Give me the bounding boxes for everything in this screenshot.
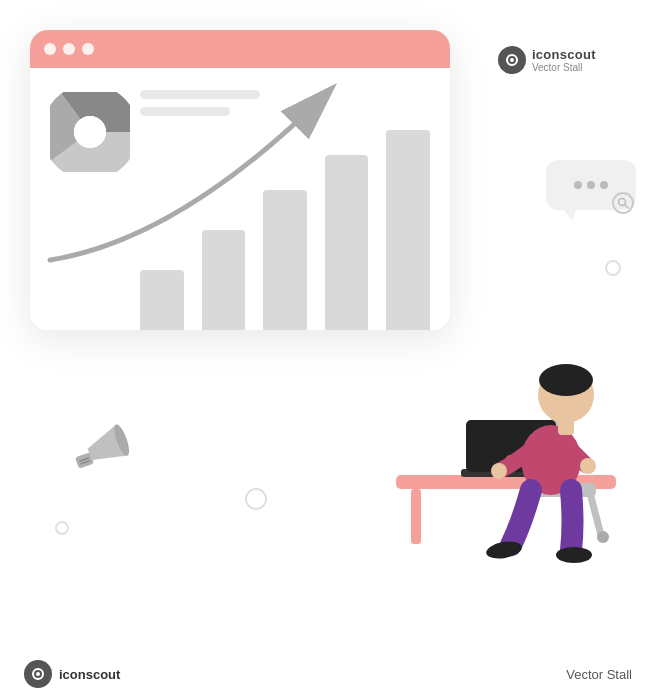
watermark-top: iconscout Vector Stall — [498, 46, 596, 74]
deco-circle-3 — [55, 521, 69, 535]
watermark-brand: iconscout — [532, 47, 596, 62]
bar-3 — [263, 190, 307, 330]
svg-line-19 — [591, 497, 601, 535]
content-line-1 — [140, 90, 260, 99]
svg-point-27 — [539, 364, 593, 396]
svg-point-34 — [36, 672, 40, 676]
browser-titlebar — [30, 30, 450, 68]
iconscout-icon-bottom — [24, 660, 52, 688]
svg-point-6 — [510, 58, 514, 62]
browser-dot-3 — [82, 43, 94, 55]
megaphone-icon — [63, 415, 148, 491]
scene: iconscout Vector Stall — [0, 0, 656, 700]
svg-rect-14 — [411, 489, 421, 544]
deco-circle-1 — [245, 488, 267, 510]
bottom-logo-left: iconscout — [24, 660, 120, 688]
bar-2 — [202, 230, 246, 330]
browser-dot-1 — [44, 43, 56, 55]
svg-point-31 — [491, 463, 507, 479]
bottom-bar: iconscout Vector Stall — [0, 660, 656, 688]
speech-dot-2 — [587, 181, 595, 189]
svg-point-21 — [597, 531, 609, 543]
svg-point-30 — [556, 547, 592, 563]
person-figure — [356, 265, 636, 645]
speech-dot-3 — [600, 181, 608, 189]
svg-point-32 — [580, 458, 596, 474]
iconscout-icon-top — [498, 46, 526, 74]
deco-circle-2 — [605, 260, 621, 276]
bottom-vector-stall: Vector Stall — [566, 667, 632, 682]
search-icon-small — [612, 192, 634, 214]
svg-point-3 — [74, 116, 106, 148]
pie-chart — [50, 92, 130, 172]
svg-rect-28 — [558, 417, 574, 435]
svg-line-8 — [625, 205, 629, 209]
bar-1 — [140, 270, 184, 330]
watermark-sub: Vector Stall — [532, 62, 596, 73]
browser-dot-2 — [63, 43, 75, 55]
speech-dot-1 — [574, 181, 582, 189]
bottom-brand: iconscout — [59, 667, 120, 682]
